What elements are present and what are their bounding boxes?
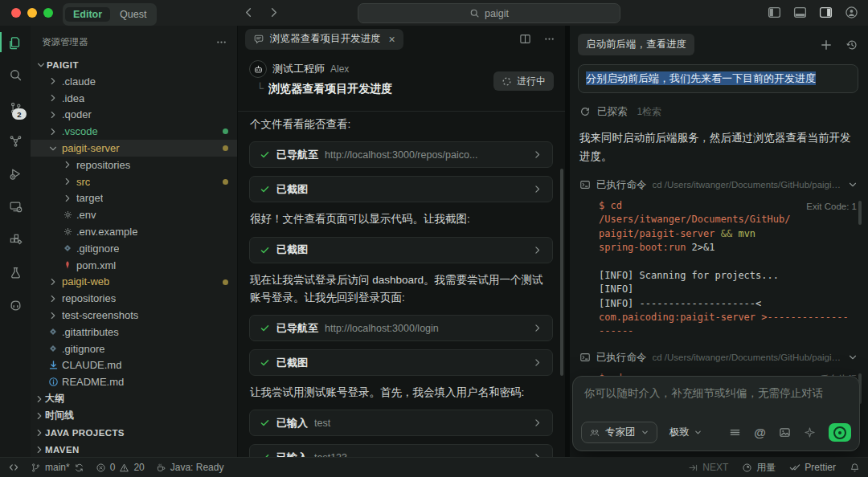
tree-item-paigit-web[interactable]: paigit-web [31, 274, 237, 291]
branch-status[interactable]: main* [31, 462, 84, 473]
global-search-input[interactable]: paigit [358, 3, 620, 23]
close-window-button[interactable] [11, 8, 21, 18]
command-header[interactable]: 已执行命令cd /Users/itwanger/Documents/GitHub… [579, 178, 858, 192]
activity-hub-icon[interactable] [0, 124, 31, 157]
status-badge-label: 进行中 [517, 75, 546, 88]
tree-item-repositories[interactable]: repositories [31, 290, 237, 307]
action-card[interactable]: 已截图 [249, 176, 553, 202]
tree-item-.gitignore[interactable]: .gitignore [31, 340, 237, 357]
forward-arrow-icon[interactable] [268, 6, 280, 18]
editor-more-icon[interactable] [543, 33, 555, 45]
toggle-right-sidebar-icon[interactable] [819, 6, 833, 19]
bell-icon[interactable] [850, 463, 860, 473]
remote-icon[interactable] [8, 462, 19, 473]
sparkle-icon[interactable] [804, 426, 816, 438]
tab-quest[interactable]: Quest [112, 7, 154, 22]
mode-chip[interactable]: 专家团 [581, 422, 657, 443]
card-chevron-icon [532, 418, 542, 428]
user-message[interactable]: 分别启动前后端，我们先来看一下目前的开发进度 [578, 64, 858, 93]
activity-beaker-icon[interactable] [0, 256, 31, 289]
close-tab-icon[interactable]: × [389, 33, 395, 46]
action-card[interactable]: 已截图 [249, 349, 553, 376]
tree-section-大纲[interactable]: 大纲 [31, 390, 237, 407]
record-stop-button[interactable] [829, 423, 851, 442]
chevron-right-icon [61, 159, 74, 170]
prettier-status[interactable]: Prettier [789, 462, 836, 473]
tab-editor[interactable]: Editor [65, 7, 110, 22]
chevron-down-icon[interactable] [847, 352, 858, 363]
agent-chat-input[interactable]: 你可以随时介入，补充细节或纠偏，无需停止对话 专家团 极致 @ [572, 376, 860, 451]
chevron-right-icon [34, 427, 45, 438]
terminal-line: /Users/itwanger/Documents/GitHub/ [599, 213, 858, 226]
editor-panel: 浏览器查看项目开发进度 × 测试工程师 Alex └ 浏览器查看项目开发进度 进… [238, 26, 565, 458]
explored-row[interactable]: 已探索 1检索 [579, 105, 858, 119]
toggle-left-sidebar-icon[interactable] [768, 6, 781, 19]
activity-debug-icon[interactable] [0, 157, 31, 190]
debug-icon [9, 167, 23, 181]
account-icon[interactable] [845, 6, 858, 19]
activity-remote-devices-icon[interactable] [0, 190, 31, 223]
activity-files-icon[interactable] [0, 26, 31, 59]
tree-section-JAVA PROJECTS[interactable]: JAVA PROJECTS [31, 424, 237, 441]
next-status[interactable]: NEXT [688, 462, 728, 473]
activity-copilot-icon[interactable] [0, 289, 31, 322]
editor-scrollbar[interactable] [560, 169, 563, 376]
tree-item-README.md[interactable]: README.md [31, 373, 237, 390]
tree-item-src[interactable]: src [31, 173, 237, 190]
session-title-chip[interactable]: 启动前后端，查看进度 [578, 34, 694, 55]
tree-item-.gitattributes[interactable]: .gitattributes [31, 324, 237, 340]
tree-item-label: .gitignore [76, 243, 119, 255]
tree-item-.env.example[interactable]: .env.example [31, 223, 237, 240]
source-control-badge: 2 [12, 108, 27, 120]
tree-item-label: paigit-web [62, 275, 109, 287]
new-session-icon[interactable] [820, 39, 833, 51]
back-arrow-icon[interactable] [243, 6, 255, 18]
window-controls [11, 8, 53, 18]
explorer-more-icon[interactable] [215, 36, 227, 48]
action-card[interactable]: 已导航至http://localhost:3000/repos/paico... [249, 141, 553, 168]
split-editor-icon[interactable] [519, 33, 531, 45]
tree-item-target[interactable]: target [31, 190, 237, 207]
activity-extensions-icon[interactable] [0, 223, 31, 256]
tree-section-MAVEN[interactable]: MAVEN [31, 441, 237, 458]
tree-item-repositories[interactable]: repositories [31, 157, 237, 173]
quality-selector[interactable]: 极致 [669, 426, 702, 439]
activity-source-control-icon[interactable]: 2 [0, 92, 31, 124]
terminal-scrollbar[interactable] [858, 201, 862, 225]
command-header[interactable]: 已执行命令cd /Users/itwanger/Documents/GitHub… [579, 351, 858, 365]
minimize-window-button[interactable] [27, 8, 37, 18]
tree-item-.env[interactable]: .env [31, 206, 237, 223]
tree-item-.gitignore[interactable]: .gitignore [31, 240, 237, 257]
tree-item-CLAUDE.md[interactable]: CLAUDE.md [31, 357, 237, 374]
tree-item-paigit-server[interactable]: paigit-server [31, 140, 237, 157]
action-card[interactable]: 已导航至http://localhost:3000/login [249, 315, 553, 341]
maximize-window-button[interactable] [43, 8, 53, 18]
problems-status[interactable]: 0 20 [96, 462, 145, 473]
tree-section-时间线[interactable]: 时间线 [31, 407, 237, 424]
tree-item-.vscode[interactable]: .vscode [31, 123, 237, 140]
history-icon[interactable] [845, 39, 858, 51]
activity-search-icon[interactable] [0, 59, 31, 92]
action-card[interactable]: 已输入test123 [249, 444, 553, 458]
image-icon[interactable] [779, 426, 791, 438]
lines-icon[interactable] [729, 426, 741, 438]
tree-root[interactable]: PAIGIT [31, 56, 237, 73]
java-status[interactable]: Java: Ready [156, 462, 224, 473]
action-card[interactable]: 已截图 [249, 237, 553, 263]
maven-icon [61, 260, 74, 270]
action-label: 已输入 [276, 416, 308, 430]
tree-item-.idea[interactable]: .idea [31, 90, 237, 107]
tree-item-test-screenshots[interactable]: test-screenshots [31, 307, 237, 324]
tree-item-.qoder[interactable]: .qoder [31, 107, 237, 124]
tree-item-pom.xml[interactable]: pom.xml [31, 257, 237, 274]
usage-status[interactable]: 用量 [742, 461, 776, 475]
toggle-panel-icon[interactable] [793, 6, 807, 19]
tree-item-.claude[interactable]: .claude [31, 73, 237, 90]
sync-icon[interactable] [74, 463, 84, 473]
editor-tab[interactable]: 浏览器查看项目开发进度 × [245, 29, 403, 50]
chevron-down-icon[interactable] [847, 179, 858, 190]
action-card[interactable]: 已输入test [249, 410, 553, 436]
mention-icon[interactable]: @ [754, 426, 766, 438]
prettier-label: Prettier [805, 462, 836, 473]
terminal-icon [579, 352, 591, 363]
